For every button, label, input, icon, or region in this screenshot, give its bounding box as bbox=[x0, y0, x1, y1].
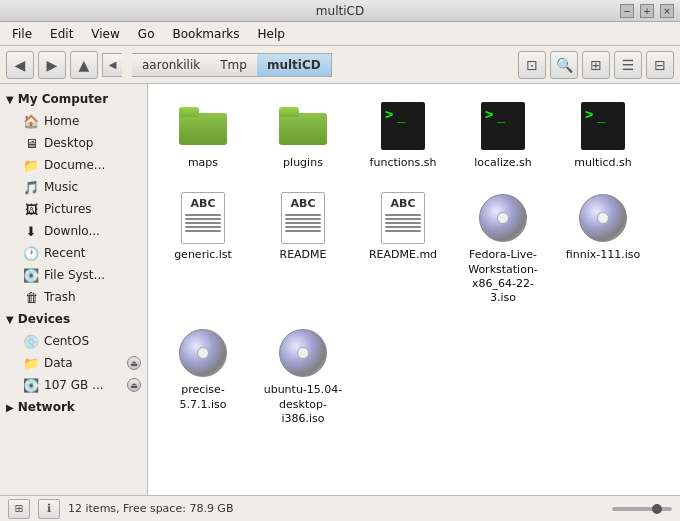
file-item[interactable]: ABCREADME.md bbox=[358, 186, 448, 311]
sidebar-item-downlo---[interactable]: ⬇Downlo... bbox=[0, 220, 147, 242]
file-item[interactable]: maps bbox=[158, 94, 248, 176]
zoom-thumb[interactable] bbox=[652, 504, 662, 514]
toolbar: ◀ ▶ ▲ ◀ aaronkilikTmpmultiCD ⊡ 🔍 ⊞ ☰ ⊟ bbox=[0, 46, 680, 84]
sidebar-item-centos[interactable]: 💿CentOS bbox=[0, 330, 147, 352]
sidebar-item-107-gb----[interactable]: 💽107 GB ...⏏ bbox=[0, 374, 147, 396]
sidebar-item-pictures[interactable]: 🖼Pictures bbox=[0, 198, 147, 220]
sidebar-item-label: Downlo... bbox=[44, 224, 100, 238]
sidebar-item-icon: 📁 bbox=[22, 157, 40, 173]
sidebar-item-docume---[interactable]: 📁Docume... bbox=[0, 154, 147, 176]
maximize-button[interactable]: + bbox=[640, 4, 654, 18]
location-bar: aaronkilikTmpmultiCD bbox=[132, 53, 510, 77]
view-compact-button[interactable]: ⊟ bbox=[646, 51, 674, 79]
file-icon bbox=[177, 100, 229, 152]
close-button[interactable]: × bbox=[660, 4, 674, 18]
forward-button[interactable]: ▶ bbox=[38, 51, 66, 79]
sidebar-item-icon: 🕐 bbox=[22, 245, 40, 261]
file-icon bbox=[577, 100, 629, 152]
file-icon bbox=[577, 192, 629, 244]
sidebar-item-icon: 📁 bbox=[22, 355, 40, 371]
sidebar-item-recent[interactable]: 🕐Recent bbox=[0, 242, 147, 264]
file-item[interactable]: localize.sh bbox=[458, 94, 548, 176]
zoom-track[interactable] bbox=[612, 507, 672, 511]
view-grid-button[interactable]: ⊞ bbox=[582, 51, 610, 79]
sidebar-item-label: Recent bbox=[44, 246, 85, 260]
sidebar-item-label: Data bbox=[44, 356, 73, 370]
menu-item-edit[interactable]: Edit bbox=[42, 25, 81, 43]
search-button[interactable]: 🔍 bbox=[550, 51, 578, 79]
status-toggle-button[interactable]: ⊞ bbox=[8, 499, 30, 519]
file-icon bbox=[277, 100, 329, 152]
breadcrumb-tmp[interactable]: Tmp bbox=[210, 53, 257, 77]
sidebar-item-icon: 💿 bbox=[22, 333, 40, 349]
menu-item-file[interactable]: File bbox=[4, 25, 40, 43]
sidebar-section-network[interactable]: ▶Network bbox=[0, 396, 147, 418]
status-bar: ⊞ ℹ 12 items, Free space: 78.9 GB bbox=[0, 495, 680, 521]
sidebar-item-icon: 🎵 bbox=[22, 179, 40, 195]
file-item[interactable]: functions.sh bbox=[358, 94, 448, 176]
file-name: Fedora-Live-Workstation-x86_64-22-3.iso bbox=[462, 248, 544, 305]
sidebar-item-icon: 🏠 bbox=[22, 113, 40, 129]
sidebar-item-label: Docume... bbox=[44, 158, 105, 172]
sidebar-item-icon: ⬇ bbox=[22, 223, 40, 239]
menubar: FileEditViewGoBookmarksHelp bbox=[0, 22, 680, 46]
breadcrumb-multicd[interactable]: multiCD bbox=[257, 53, 332, 77]
file-icon bbox=[277, 327, 329, 379]
file-icon bbox=[477, 192, 529, 244]
title-bar: multiCD − + × bbox=[0, 0, 680, 22]
file-item[interactable]: ABCgeneric.lst bbox=[158, 186, 248, 311]
file-name: functions.sh bbox=[370, 156, 437, 170]
status-info-text: 12 items, Free space: 78.9 GB bbox=[68, 502, 233, 515]
file-icon bbox=[377, 100, 429, 152]
view-list-button[interactable]: ☰ bbox=[614, 51, 642, 79]
sidebar-item-home[interactable]: 🏠Home bbox=[0, 110, 147, 132]
menu-item-help[interactable]: Help bbox=[250, 25, 293, 43]
eject-icon[interactable]: ⏏ bbox=[127, 356, 141, 370]
sidebar-item-label: File Syst... bbox=[44, 268, 105, 282]
menu-item-view[interactable]: View bbox=[83, 25, 127, 43]
sidebar-item-label: Home bbox=[44, 114, 79, 128]
file-icon: ABC bbox=[277, 192, 329, 244]
file-item[interactable]: multicd.sh bbox=[558, 94, 648, 176]
sidebar-section-devices[interactable]: ▼Devices bbox=[0, 308, 147, 330]
file-name: ubuntu-15.04-desktop-i386.iso bbox=[262, 383, 344, 426]
file-name: plugins bbox=[283, 156, 323, 170]
menu-item-bookmarks[interactable]: Bookmarks bbox=[164, 25, 247, 43]
sidebar-item-label: Pictures bbox=[44, 202, 92, 216]
sidebar-item-music[interactable]: 🎵Music bbox=[0, 176, 147, 198]
file-name: README.md bbox=[369, 248, 437, 262]
sidebar-item-label: Trash bbox=[44, 290, 76, 304]
back-button[interactable]: ◀ bbox=[6, 51, 34, 79]
sidebar-item-file-syst---[interactable]: 💽File Syst... bbox=[0, 264, 147, 286]
file-name: generic.lst bbox=[174, 248, 232, 262]
breadcrumb-aaronkilik[interactable]: aaronkilik bbox=[132, 53, 210, 77]
file-icon: ABC bbox=[377, 192, 429, 244]
minimize-button[interactable]: − bbox=[620, 4, 634, 18]
file-content-area: mapspluginsfunctions.shlocalize.shmultic… bbox=[148, 84, 680, 495]
sidebar-item-desktop[interactable]: 🖥Desktop bbox=[0, 132, 147, 154]
location-arrow[interactable]: ◀ bbox=[102, 53, 122, 77]
sidebar-item-label: CentOS bbox=[44, 334, 89, 348]
sidebar-section-my-computer[interactable]: ▼My Computer bbox=[0, 88, 147, 110]
file-name: README bbox=[279, 248, 326, 262]
sidebar-item-trash[interactable]: 🗑Trash bbox=[0, 286, 147, 308]
sidebar-item-label: Desktop bbox=[44, 136, 94, 150]
eject-icon[interactable]: ⏏ bbox=[127, 378, 141, 392]
restore-button[interactable]: ⊡ bbox=[518, 51, 546, 79]
status-info-button[interactable]: ℹ bbox=[38, 499, 60, 519]
file-item[interactable]: ubuntu-15.04-desktop-i386.iso bbox=[258, 321, 348, 432]
file-item[interactable]: ABCREADME bbox=[258, 186, 348, 311]
file-icon bbox=[477, 100, 529, 152]
file-item[interactable]: precise-5.7.1.iso bbox=[158, 321, 248, 432]
menu-item-go[interactable]: Go bbox=[130, 25, 163, 43]
sidebar-item-data[interactable]: 📁Data⏏ bbox=[0, 352, 147, 374]
sidebar-item-icon: 💽 bbox=[22, 377, 40, 393]
up-button[interactable]: ▲ bbox=[70, 51, 98, 79]
sidebar-item-label: 107 GB ... bbox=[44, 378, 104, 392]
file-grid: mapspluginsfunctions.shlocalize.shmultic… bbox=[158, 94, 670, 432]
file-name: maps bbox=[188, 156, 218, 170]
file-name: precise-5.7.1.iso bbox=[162, 383, 244, 412]
file-item[interactable]: Fedora-Live-Workstation-x86_64-22-3.iso bbox=[458, 186, 548, 311]
file-item[interactable]: finnix-111.iso bbox=[558, 186, 648, 311]
file-item[interactable]: plugins bbox=[258, 94, 348, 176]
